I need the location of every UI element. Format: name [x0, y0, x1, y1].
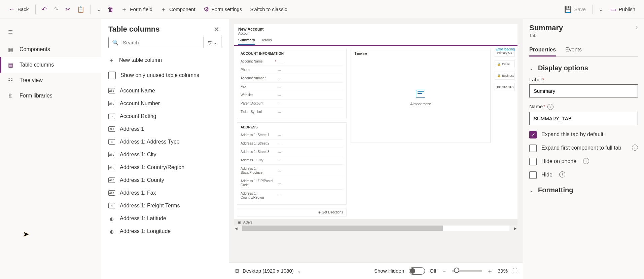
form-field[interactable]: Address 1: Street 1---	[241, 131, 343, 140]
hide-row[interactable]: Hide i	[529, 171, 638, 179]
field-label: Phone	[241, 68, 274, 72]
hide-phone-checkbox[interactable]	[529, 158, 537, 165]
tc-filter-button[interactable]: ▽ ⌄	[204, 37, 221, 48]
delete-button[interactable]: 🗑	[105, 4, 116, 15]
account-info-section[interactable]: ACCOUNT INFORMATION Account Name*---Phon…	[237, 49, 347, 119]
lock-icon: 🔒	[497, 74, 501, 77]
tc-column-item[interactable]: AbcAddress 1: City	[108, 148, 226, 161]
display-options-header[interactable]: ⌄ Display options	[529, 64, 638, 72]
back-button[interactable]: ← Back	[5, 3, 32, 15]
hide-checkbox[interactable]	[529, 171, 537, 179]
props-tab[interactable]: Events	[565, 44, 582, 56]
formatting-header[interactable]: ⌄ Formatting	[529, 186, 638, 194]
tc-column-item[interactable]: AbcAddress 1	[108, 123, 226, 135]
canvas-tab[interactable]: Details	[260, 38, 272, 45]
tc-column-item[interactable]: ▭Account Rating	[108, 110, 226, 123]
form-canvas[interactable]: New Account Account SummaryDetails Error…	[234, 24, 517, 226]
form-field[interactable]: Address 1: Street 3---	[241, 148, 343, 156]
redo-button[interactable]: ↷	[51, 4, 61, 15]
form-field[interactable]: Parent Account---	[241, 99, 343, 108]
info-icon[interactable]: i	[559, 171, 565, 177]
label-input[interactable]	[529, 84, 638, 97]
nav-components[interactable]: ▦ Components	[0, 42, 101, 57]
nav-table-columns[interactable]: ▤ Table columns	[0, 57, 101, 73]
separator	[593, 5, 593, 14]
scroll-right-icon[interactable]: ▶	[513, 227, 517, 230]
fit-screen-button[interactable]: ⛶	[512, 268, 517, 274]
form-settings-icon: ⚙	[204, 6, 209, 12]
side-business[interactable]: 🔒Business	[495, 72, 515, 80]
cut-button[interactable]: ✂	[63, 4, 73, 15]
tc-column-item[interactable]: ◐Address 1: Longitude	[108, 225, 226, 238]
form-field[interactable]: Account Number---	[241, 74, 343, 83]
canvas-error-link[interactable]: Error loading	[496, 47, 515, 51]
side-email[interactable]: 🔒Email	[495, 60, 515, 68]
add-form-field-button[interactable]: ＋Form field	[118, 4, 156, 15]
timeline-section[interactable]: Timeline Almost there	[351, 49, 491, 143]
tc-column-item[interactable]: ▭Address 1: Address Type	[108, 135, 226, 148]
undo-button[interactable]: ↶	[39, 4, 49, 15]
expand-default-checkbox[interactable]	[529, 131, 537, 138]
form-field[interactable]: Fax---	[241, 83, 343, 91]
canvas-tab[interactable]: Summary	[238, 38, 255, 45]
expand-first-row[interactable]: Expand first component to full tab i	[529, 145, 638, 152]
props-tab[interactable]: Properties	[529, 44, 556, 56]
tc-column-list[interactable]: AbcAccount NameAbcAccount Number▭Account…	[101, 84, 229, 279]
switch-classic-button[interactable]: Switch to classic	[247, 4, 290, 15]
tc-column-item[interactable]: ◐Address 1: Latitude	[108, 212, 226, 225]
expand-default-row[interactable]: Expand this tab by default	[529, 131, 638, 138]
save-menu-button[interactable]: ⌄	[596, 4, 606, 14]
info-icon[interactable]: i	[547, 104, 553, 110]
address-section[interactable]: ADDRESS Address 1: Street 1---Address 1:…	[237, 122, 347, 205]
side-contacts[interactable]: CONTACTS	[495, 83, 515, 91]
form-field[interactable]: Address 1: Street 2---	[241, 140, 343, 148]
form-field[interactable]: Address 1: State/Province---	[241, 165, 343, 177]
publish-button[interactable]: ▭Publish	[607, 4, 639, 15]
tc-column-item[interactable]: AbcAccount Number	[108, 97, 226, 110]
chevron-down-icon: ⌄	[97, 7, 101, 12]
save-button[interactable]: 💾Save	[561, 4, 589, 15]
tc-column-item[interactable]: ▭Address 1: Freight Terms	[108, 199, 226, 212]
tc-column-item[interactable]: AbcAddress 1: Country/Region	[108, 161, 226, 174]
scroll-left-icon[interactable]: ◀	[234, 227, 238, 230]
hide-phone-row[interactable]: Hide on phone i	[529, 158, 638, 165]
show-unused-row[interactable]: Show only unused table columns	[101, 68, 229, 84]
tc-column-item[interactable]: AbcAddress 1: Fax	[108, 187, 226, 199]
chevron-down-icon[interactable]: ⌄	[297, 268, 301, 274]
form-field[interactable]: Address 1: City---	[241, 156, 343, 165]
chevron-right-icon[interactable]: ›	[636, 24, 638, 31]
info-icon[interactable]: i	[583, 158, 589, 164]
tc-search-box[interactable]: 🔍	[108, 37, 204, 48]
zoom-slider[interactable]	[452, 270, 482, 272]
tc-search-input[interactable]	[122, 39, 200, 46]
get-directions-row[interactable]: ◈ Get Directions	[237, 208, 347, 216]
nav-tree-view[interactable]: ☷ Tree view	[0, 73, 101, 88]
form-field[interactable]: Account Name*---	[241, 57, 343, 66]
tc-close-button[interactable]: ✕	[212, 25, 221, 34]
form-field[interactable]: Website---	[241, 91, 343, 99]
zoom-in-button[interactable]: ＋	[487, 267, 493, 275]
name-input[interactable]	[529, 112, 638, 125]
new-table-column-button[interactable]: ＋ New table column	[101, 52, 229, 68]
nav-hamburger[interactable]: ☰	[0, 24, 101, 42]
paste-button[interactable]: 📋	[74, 4, 87, 15]
expand-first-checkbox[interactable]	[529, 145, 537, 152]
nav-form-libraries[interactable]: ⎘ Form libraries	[0, 88, 101, 104]
canvas-scroll[interactable]: New Account Account SummaryDetails Error…	[229, 19, 523, 262]
scroll-thumb[interactable]	[242, 226, 443, 231]
paste-menu-button[interactable]: ⌄	[94, 4, 104, 14]
tc-column-item[interactable]: AbcAddress 1: County	[108, 174, 226, 187]
zoom-out-button[interactable]: －	[441, 267, 447, 275]
form-field[interactable]: Ticker Symbol---	[241, 108, 343, 116]
separator	[35, 5, 36, 14]
show-hidden-toggle[interactable]	[409, 267, 425, 275]
form-settings-button[interactable]: ⚙Form settings	[200, 4, 246, 15]
form-field[interactable]: Address 1: ZIP/Postal Code---	[241, 177, 343, 190]
show-unused-checkbox[interactable]	[108, 72, 116, 79]
form-field[interactable]: Phone---	[241, 66, 343, 74]
tc-column-item[interactable]: AbcAccount Name	[108, 84, 226, 97]
canvas-hscrollbar[interactable]: ◀ ▶	[234, 226, 517, 231]
info-icon[interactable]: i	[632, 145, 638, 151]
form-field[interactable]: Address 1: Country/Region---	[241, 190, 343, 202]
add-component-button[interactable]: ＋Component	[157, 4, 199, 15]
